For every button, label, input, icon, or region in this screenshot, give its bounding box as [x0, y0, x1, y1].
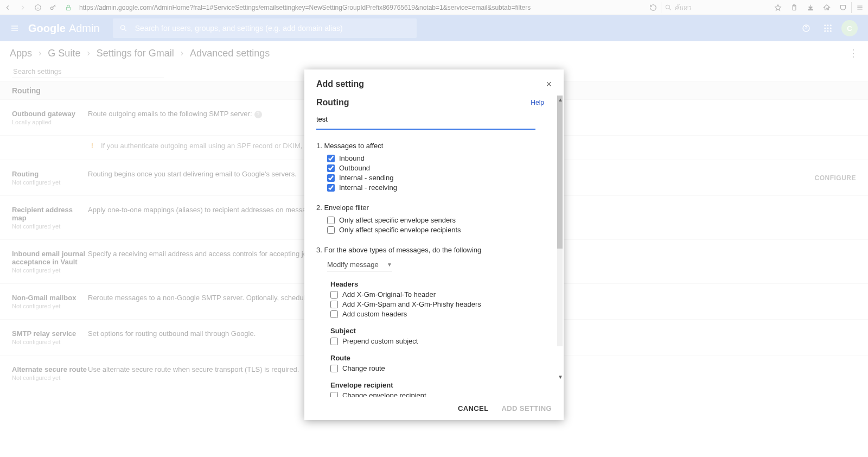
- add-setting-button: ADD SETTING: [501, 404, 552, 412]
- group-route: Route: [330, 354, 552, 362]
- clipboard-icon[interactable]: [786, 0, 802, 15]
- url-bar[interactable]: https://admin.google.com/AdminHome?fral=…: [76, 2, 646, 14]
- action-select[interactable]: Modify message ▼: [327, 258, 392, 271]
- chevron-right-icon: ›: [181, 48, 183, 58]
- cb-env-senders[interactable]: Only affect specific envelope senders: [327, 216, 552, 224]
- group-subject: Subject: [330, 327, 552, 335]
- permissions-icon[interactable]: [46, 0, 61, 15]
- star-icon[interactable]: [770, 0, 786, 15]
- warn-text: If you authenticate outgoing email using…: [101, 142, 331, 150]
- setting-name-input[interactable]: [316, 113, 535, 130]
- cb-change-env-recipient[interactable]: Change envelope recipient: [330, 391, 552, 397]
- cb-internal-receiving[interactable]: Internal - receiving: [327, 183, 552, 192]
- cb-h-spam-phishy[interactable]: Add X-Gm-Spam and X-Gm-Phishy headers: [330, 300, 552, 308]
- row-sub: Not configured yet: [12, 223, 88, 230]
- group-headers: Headers: [330, 280, 552, 288]
- cb-change-route[interactable]: Change route: [330, 364, 552, 372]
- step-3-label: 3. For the above types of messages, do t…: [316, 246, 552, 254]
- settings-search-input[interactable]: [12, 65, 164, 78]
- row-title: Non-Gmail mailbox: [12, 294, 88, 302]
- cb-h-original-to[interactable]: Add X-Gm-Original-To header: [330, 290, 552, 299]
- svg-rect-6: [67, 7, 71, 10]
- svg-point-24: [827, 24, 829, 26]
- modal-title: Routing: [316, 98, 349, 107]
- row-desc: Routing begins once you start delivering…: [88, 170, 297, 178]
- close-icon[interactable]: ×: [546, 79, 552, 89]
- svg-point-31: [830, 30, 832, 32]
- crumb-apps[interactable]: Apps: [10, 48, 32, 59]
- apps-grid-icon[interactable]: [817, 17, 839, 39]
- help-link[interactable]: Help: [531, 99, 544, 106]
- modal-heading: Add setting: [316, 79, 364, 89]
- nav-drawer-icon[interactable]: [8, 21, 22, 35]
- row-title: Recipient address map: [12, 206, 88, 222]
- cb-h-custom[interactable]: Add custom headers: [330, 310, 552, 318]
- cancel-button[interactable]: CANCEL: [458, 404, 489, 412]
- cb-inbound[interactable]: Inbound: [327, 154, 552, 162]
- configure-button[interactable]: CONFIGURE: [815, 174, 857, 182]
- site-info-icon[interactable]: [30, 0, 46, 15]
- add-setting-modal: Add setting × Routing Help 1. Messages t…: [304, 69, 564, 420]
- browser-search[interactable]: ค้นหา: [661, 2, 770, 14]
- lock-icon[interactable]: [61, 0, 76, 15]
- breadcrumb: Apps› G Suite› Settings for Gmail› Advan…: [0, 41, 868, 65]
- svg-point-25: [830, 24, 832, 26]
- svg-point-26: [824, 28, 826, 29]
- row-sub: Locally applied: [12, 119, 88, 125]
- scroll-up-icon[interactable]: ▲: [558, 97, 562, 103]
- header-search[interactable]: [113, 18, 417, 38]
- account-avatar[interactable]: C: [839, 17, 860, 39]
- row-title: Routing: [12, 170, 88, 178]
- row-title: Outbound gateway: [12, 110, 88, 118]
- svg-marker-9: [775, 4, 781, 10]
- cb-outbound[interactable]: Outbound: [327, 164, 552, 172]
- cb-subject-prepend[interactable]: Prepend custom subject: [330, 337, 552, 345]
- crumb-gsuite[interactable]: G Suite: [48, 48, 80, 59]
- nav-back-icon[interactable]: [0, 0, 15, 15]
- header-search-input[interactable]: [134, 23, 410, 33]
- crumb-gmail[interactable]: Settings for Gmail: [97, 48, 174, 59]
- modal-footer: CANCEL ADD SETTING: [304, 397, 564, 420]
- help-icon[interactable]: [795, 17, 817, 39]
- svg-point-30: [827, 30, 829, 32]
- cb-env-recipients[interactable]: Only affect specific envelope recipients: [327, 226, 552, 234]
- row-desc: Specify a receiving email address and ac…: [88, 250, 330, 258]
- action-select-value: Modify message: [327, 261, 379, 269]
- hamburger-menu-icon[interactable]: [852, 0, 868, 15]
- group-env-recipient: Envelope recipient: [330, 381, 552, 389]
- row-title: Alternate secure route: [12, 365, 88, 373]
- svg-point-3: [50, 7, 53, 9]
- brand-admin: Admin: [69, 22, 100, 35]
- browser-search-placeholder: ค้นหา: [674, 2, 691, 12]
- step-1-label: 1. Messages to affect: [316, 142, 552, 150]
- step-2-label: 2. Envelope filter: [316, 204, 552, 212]
- brand-google: Google: [28, 22, 66, 35]
- svg-point-7: [666, 5, 669, 9]
- row-desc: Set options for routing outbound mail th…: [88, 329, 256, 338]
- row-desc: Apply one-to-one mappings (aliases) to r…: [88, 206, 329, 214]
- chevron-right-icon: ›: [39, 48, 41, 58]
- row-sub: Not configured yet: [12, 339, 88, 345]
- chevron-right-icon: ›: [87, 48, 90, 58]
- pocket-icon[interactable]: [835, 0, 851, 15]
- crumb-advanced[interactable]: Advanced settings: [190, 48, 270, 59]
- overflow-menu-icon[interactable]: ⋮: [848, 47, 858, 59]
- svg-line-8: [669, 8, 671, 10]
- reload-icon[interactable]: [646, 4, 661, 11]
- cb-internal-sending[interactable]: Internal - sending: [327, 174, 552, 182]
- svg-point-19: [120, 26, 125, 30]
- brand[interactable]: Google Admin: [28, 22, 100, 35]
- scrollbar-thumb[interactable]: [557, 96, 563, 249]
- browser-chrome: https://admin.google.com/AdminHome?fral=…: [0, 0, 868, 15]
- help-tip-icon[interactable]: ?: [254, 111, 262, 118]
- row-sub: Not configured yet: [12, 303, 88, 309]
- scroll-down-icon[interactable]: ▼: [558, 375, 562, 380]
- svg-line-20: [124, 29, 126, 31]
- row-sub: Not configured yet: [12, 267, 88, 274]
- modal-body[interactable]: Routing Help 1. Messages to affect Inbou…: [304, 93, 564, 397]
- row-sub: Not configured yet: [12, 375, 88, 381]
- row-desc: Route outgoing emails to the following S…: [88, 110, 252, 118]
- download-icon[interactable]: [802, 0, 819, 15]
- nav-forward-icon: [15, 0, 30, 15]
- home-icon[interactable]: [819, 0, 835, 15]
